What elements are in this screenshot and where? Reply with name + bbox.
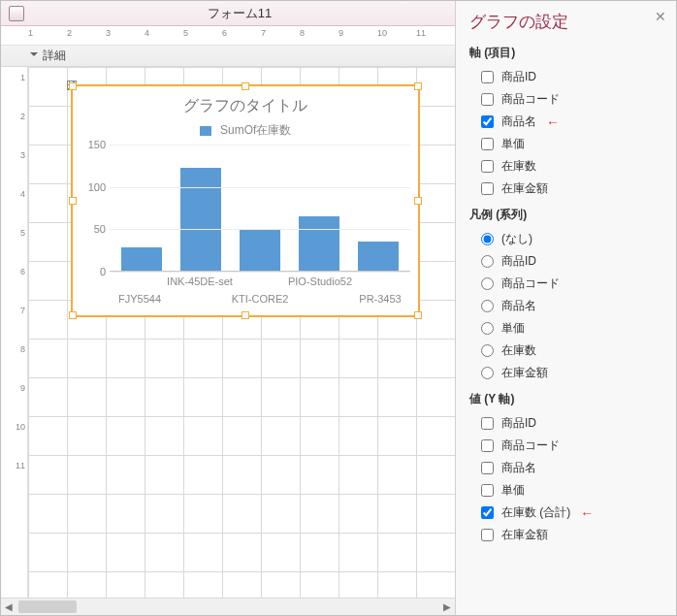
- bar: [299, 216, 339, 272]
- radio-input[interactable]: [481, 344, 494, 357]
- axis-option[interactable]: 商品コード: [481, 91, 664, 108]
- checkbox-input[interactable]: [481, 160, 494, 173]
- value-option[interactable]: 在庫金額: [481, 527, 664, 543]
- ruler-tick: 2: [20, 112, 25, 121]
- resize-handle[interactable]: [242, 82, 249, 90]
- checkbox-input[interactable]: [481, 93, 494, 106]
- resize-handle[interactable]: [414, 197, 422, 205]
- canvas-area: 1234567891011 グラフのタイトル: [1, 67, 455, 598]
- ruler-tick: 2: [67, 26, 72, 46]
- resize-handle[interactable]: [242, 311, 249, 319]
- radio-input[interactable]: [481, 255, 494, 268]
- section-header-detail[interactable]: 詳細: [1, 46, 455, 67]
- ruler-tick: 11: [16, 461, 25, 470]
- legend-option[interactable]: 商品ID: [481, 253, 664, 270]
- legend-option[interactable]: 商品コード: [481, 276, 664, 292]
- axis-option[interactable]: 在庫数: [481, 158, 664, 175]
- axis-option[interactable]: 在庫金額: [481, 180, 664, 197]
- scrollbar-horizontal[interactable]: ◀ ▶: [1, 598, 455, 615]
- legend-option[interactable]: 商品名: [481, 298, 664, 314]
- radio-input[interactable]: [481, 367, 494, 379]
- ruler-tick: 1: [20, 73, 25, 82]
- resize-handle[interactable]: [69, 197, 77, 205]
- option-label: 商品ID: [501, 253, 536, 270]
- panel-title: グラフの設定: [469, 11, 664, 33]
- legend-swatch-icon: [200, 126, 211, 136]
- checkbox-input[interactable]: [481, 115, 494, 128]
- option-label: 在庫金額: [501, 527, 548, 543]
- chart-plot: 050100150 FJY5544INK-45DE-setKTI-CORE2PI…: [81, 145, 410, 311]
- option-label: 単価: [501, 320, 525, 337]
- ruler-tick: 7: [261, 26, 266, 46]
- group-title-legend: 凡例 (系列): [469, 207, 664, 223]
- legend-option[interactable]: 単価: [481, 320, 664, 337]
- bar: [121, 247, 162, 271]
- bar: [240, 229, 280, 272]
- value-option[interactable]: 単価: [481, 482, 664, 499]
- legend-option[interactable]: 在庫金額: [481, 365, 664, 381]
- option-label: 商品ID: [501, 415, 536, 432]
- checkbox-input[interactable]: [481, 529, 494, 541]
- checkbox-input[interactable]: [481, 462, 494, 474]
- ruler-tick: 4: [20, 189, 25, 199]
- legend-option[interactable]: 在庫数: [481, 342, 664, 359]
- option-label: 在庫数: [501, 158, 536, 175]
- option-label: 商品名: [501, 460, 536, 476]
- section-collapse-icon: [30, 52, 38, 60]
- axis-option[interactable]: 商品ID: [481, 69, 664, 85]
- x-tick-label: KTI-CORE2: [232, 293, 289, 305]
- y-axis: 050100150: [81, 145, 110, 311]
- checkbox-input[interactable]: [481, 71, 494, 83]
- ruler-tick: 3: [106, 26, 111, 46]
- bar: [358, 242, 399, 272]
- radio-input[interactable]: [481, 322, 494, 335]
- scroll-thumb[interactable]: [18, 600, 77, 613]
- scroll-left-icon[interactable]: ◀: [1, 599, 16, 615]
- axis-option[interactable]: 商品名←: [481, 113, 664, 130]
- resize-handle[interactable]: [414, 82, 422, 90]
- ruler-tick: 3: [20, 150, 25, 160]
- highlight-arrow-icon: ←: [546, 114, 560, 130]
- scroll-right-icon[interactable]: ▶: [439, 599, 455, 615]
- checkbox-input[interactable]: [481, 417, 494, 430]
- option-label: 商品ID: [501, 69, 536, 85]
- checkbox-input[interactable]: [481, 439, 494, 452]
- resize-handle[interactable]: [414, 311, 422, 319]
- form-icon: [9, 6, 24, 21]
- ruler-tick: 5: [20, 228, 25, 238]
- resize-handle[interactable]: [69, 82, 77, 90]
- close-icon[interactable]: ✕: [655, 9, 666, 24]
- option-label: 在庫数: [501, 342, 536, 359]
- ruler-tick: 5: [183, 26, 188, 46]
- value-option[interactable]: 商品ID: [481, 415, 664, 432]
- ruler-tick: 9: [20, 383, 25, 393]
- chart-control[interactable]: グラフのタイトル SumOf在庫数 050100150 FJY5544INK-4…: [71, 84, 420, 317]
- ruler-tick: 10: [16, 422, 25, 432]
- checkbox-input[interactable]: [481, 138, 494, 150]
- design-surface[interactable]: グラフのタイトル SumOf在庫数 050100150 FJY5544INK-4…: [28, 67, 455, 598]
- highlight-arrow-icon: ←: [580, 505, 594, 521]
- resize-handle[interactable]: [69, 311, 77, 319]
- gridline: [110, 272, 410, 273]
- x-tick-label: INK-45DE-set: [167, 276, 233, 287]
- value-option[interactable]: 商品コード: [481, 438, 664, 454]
- form-designer: フォーム11 1234567891011 詳細 1234567891011: [1, 1, 455, 615]
- option-label: 在庫数 (合計): [501, 504, 570, 521]
- y-tick-label: 150: [88, 139, 106, 150]
- axis-option[interactable]: 単価: [481, 136, 664, 152]
- legend-option[interactable]: (なし): [481, 231, 664, 247]
- checkbox-input[interactable]: [481, 484, 494, 497]
- x-tick-label: PR-3453: [359, 293, 401, 305]
- radio-input[interactable]: [481, 233, 494, 245]
- y-tick-label: 0: [100, 266, 106, 277]
- checkbox-input[interactable]: [481, 506, 494, 519]
- radio-input[interactable]: [481, 277, 494, 290]
- plot-area: FJY5544INK-45DE-setKTI-CORE2PIO-Studio52…: [110, 145, 410, 311]
- checkbox-input[interactable]: [481, 182, 494, 195]
- window-title: フォーム11: [24, 5, 455, 22]
- radio-input[interactable]: [481, 300, 494, 312]
- value-option[interactable]: 在庫数 (合計)←: [481, 504, 664, 521]
- value-option[interactable]: 商品名: [481, 460, 664, 476]
- option-label: 単価: [501, 136, 525, 152]
- legend-label: SumOf在庫数: [220, 123, 291, 137]
